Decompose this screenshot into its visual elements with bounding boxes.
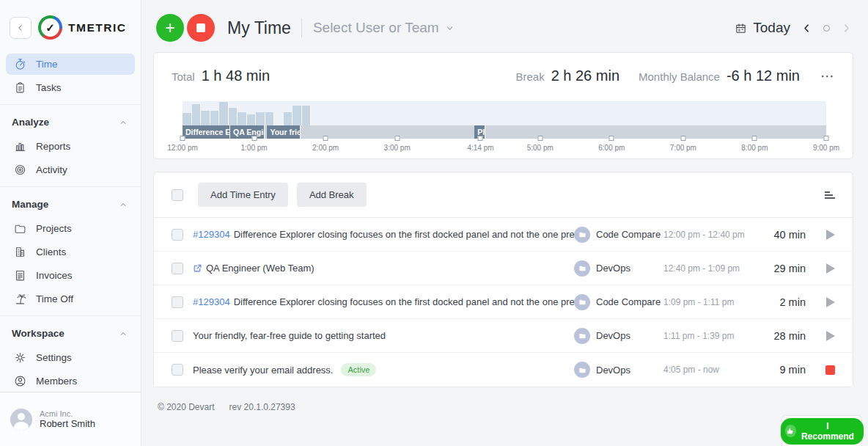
project-avatar-icon	[574, 362, 590, 378]
folder-icon	[14, 222, 26, 235]
timeline-tick-label: 1:00 pm	[240, 144, 267, 152]
sidebar-item-settings[interactable]: Settings	[6, 347, 135, 368]
user-avatar	[10, 409, 32, 431]
more-options-icon[interactable]: ⋯	[820, 67, 835, 84]
timeline-tick	[251, 136, 257, 141]
histogram-bar	[219, 102, 229, 125]
timeline-tick	[180, 136, 185, 141]
project-avatar-icon	[574, 328, 590, 344]
sidebar-item-time[interactable]: Time	[6, 54, 135, 75]
entry-description: Please verify your email address. Active	[193, 363, 574, 376]
timeline-band[interactable]: Difference ExQA EnginYour frienPl	[183, 125, 826, 139]
histogram-bar	[201, 111, 210, 125]
entry-description-text: Difference Explorer closing focuses on t…	[234, 296, 574, 307]
timeline-tick-label: 7:00 pm	[670, 144, 696, 152]
project-cell: DevOps	[574, 328, 663, 344]
date-label: Today	[753, 20, 790, 36]
sidebar-header: ✓ TMETRIC	[0, 0, 141, 51]
building-icon	[14, 246, 26, 258]
project-name: Code Compare	[596, 229, 661, 240]
ticket-link[interactable]: #129304	[193, 229, 230, 240]
row-checkbox[interactable]	[172, 263, 183, 274]
timeline-tick-label: 8:00 pm	[741, 144, 768, 152]
sidebar-item-label: Projects	[36, 223, 72, 234]
time-entry-row[interactable]: QA Engineer (Web Team) DevOps 12:40 pm -…	[154, 252, 853, 285]
timeline-tick-label: 9:00 pm	[813, 144, 839, 152]
section-workspace[interactable]: Workspace	[0, 322, 141, 345]
time-entry-row[interactable]: #129304 Difference Explorer closing focu…	[154, 218, 853, 252]
time-entry-row[interactable]: Your friendly, fear-free guide to gettin…	[154, 319, 853, 353]
break-value: 2 h 26 min	[551, 67, 619, 84]
user-name: Robert Smith	[40, 418, 95, 429]
time-entry-row[interactable]: Please verify your email address. Active…	[154, 353, 853, 387]
row-checkbox[interactable]	[172, 229, 183, 241]
tmetric-logo[interactable]: ✓ TMETRIC	[38, 15, 126, 40]
user-team-selector[interactable]: Select User or Team	[313, 20, 455, 36]
row-checkbox[interactable]	[172, 364, 183, 376]
histogram-bar	[293, 106, 302, 125]
timeline-segment[interactable]: Difference Ex	[183, 125, 230, 139]
logo-check-icon: ✓	[41, 18, 59, 37]
timeline-segment[interactable]: Your frien	[267, 125, 301, 139]
add-entry-button[interactable]: +	[156, 14, 184, 42]
clipboard-icon	[14, 81, 26, 94]
previous-day-button[interactable]	[801, 23, 812, 34]
divider	[0, 315, 141, 316]
row-checkbox[interactable]	[172, 296, 183, 308]
add-break-button[interactable]: Add Break	[297, 183, 367, 207]
copyright-text: © 2020 Devart	[158, 402, 215, 412]
status-badge: Active	[341, 363, 376, 376]
project-name: DevOps	[596, 365, 630, 376]
balance-label: Monthly Balance	[639, 70, 720, 83]
project-name: DevOps	[596, 263, 630, 274]
timeline-tick	[752, 136, 757, 141]
project-name: DevOps	[596, 330, 630, 341]
ticket-link[interactable]: #129304	[193, 296, 230, 307]
play-button[interactable]	[826, 331, 835, 341]
sort-icon[interactable]	[825, 191, 835, 199]
timeline-segment[interactable]: QA Engin	[230, 125, 265, 139]
page-title: My Time	[227, 18, 291, 38]
entry-description-text: Difference Explorer closing focuses on t…	[234, 229, 574, 240]
time-entry-row[interactable]: #129304 Difference Explorer closing focu…	[154, 285, 853, 319]
histogram-bar	[229, 108, 238, 125]
section-analyze[interactable]: Analyze	[0, 111, 141, 134]
break-label: Break	[515, 70, 544, 83]
stop-timer-button[interactable]	[187, 14, 215, 42]
sidebar-item-members[interactable]: Members	[6, 370, 135, 392]
timeline-tick	[609, 136, 614, 141]
duration: 9 min	[760, 364, 806, 376]
sidebar-item-tasks[interactable]: Tasks	[6, 77, 135, 98]
sidebar-item-projects[interactable]: Projects	[6, 218, 135, 239]
date-picker-button[interactable]: Today	[735, 20, 790, 36]
sidebar-item-activity[interactable]: Activity	[6, 159, 135, 180]
entry-description: Your friendly, fear-free guide to gettin…	[193, 330, 574, 341]
collapse-sidebar-button[interactable]	[10, 17, 32, 39]
sidebar-item-reports[interactable]: Reports	[6, 136, 135, 157]
row-checkbox[interactable]	[172, 330, 183, 342]
timeline-tick-label: 3:00 pm	[384, 144, 411, 152]
sidebar-item-time-off[interactable]: Time Off	[6, 288, 135, 310]
section-title-label: Workspace	[12, 328, 65, 339]
timeline-tick	[323, 136, 328, 141]
select-all-checkbox[interactable]	[172, 189, 183, 201]
sidebar-item-invoices[interactable]: Invoices	[6, 265, 135, 286]
time-range: 1:09 pm - 1:11 pm	[663, 297, 760, 307]
entries-toolbar: Add Time Entry Add Break	[154, 172, 853, 218]
histogram-bar	[183, 113, 192, 125]
external-link-icon[interactable]	[193, 263, 202, 273]
divider	[301, 18, 302, 37]
play-button[interactable]	[826, 297, 835, 307]
revision-text: rev 20.1.0.27393	[229, 402, 295, 412]
jump-to-today-button[interactable]	[823, 25, 830, 32]
play-button[interactable]	[826, 263, 835, 274]
sidebar-item-clients[interactable]: Clients	[6, 241, 135, 263]
next-day-button[interactable]	[841, 23, 852, 34]
workspace-user[interactable]: Acmi Inc. Robert Smith	[0, 392, 141, 446]
sidebar-item-label: Reports	[36, 141, 70, 152]
stop-running-timer-button[interactable]	[825, 365, 835, 375]
play-button[interactable]	[826, 230, 835, 240]
add-time-entry-button[interactable]: Add Time Entry	[198, 183, 288, 207]
recommend-button[interactable]: I Recommend	[781, 418, 864, 445]
section-manage[interactable]: Manage	[0, 193, 141, 216]
